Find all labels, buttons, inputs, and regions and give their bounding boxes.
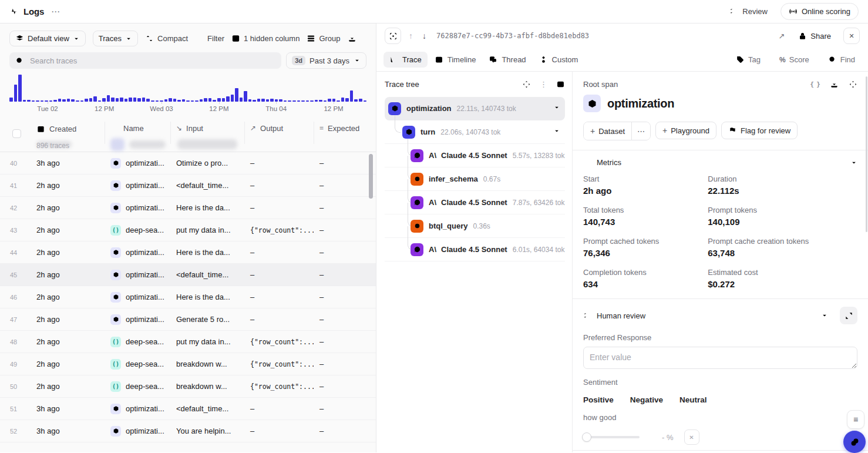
expected-cell: – bbox=[314, 248, 376, 257]
name-cell: optimizati... bbox=[105, 158, 170, 169]
online-scoring-button[interactable]: Online scoring bbox=[780, 3, 859, 20]
expected-cell: – bbox=[314, 337, 376, 346]
close-panel-button[interactable]: ✕ bbox=[843, 28, 860, 44]
find-button[interactable]: Find bbox=[825, 55, 859, 65]
histogram-bar bbox=[116, 98, 119, 102]
metrics-section-header[interactable]: Metrics bbox=[583, 158, 857, 167]
human-review-collapse-button[interactable] bbox=[821, 312, 828, 319]
header-expected[interactable]: = Expected bbox=[314, 119, 376, 152]
select-all-checkbox[interactable] bbox=[12, 129, 21, 138]
trace-span-optimization[interactable]: optimization22.11s, 140743 tok bbox=[385, 97, 565, 120]
task-cube-icon bbox=[110, 203, 121, 213]
expected-cell: – bbox=[314, 360, 376, 368]
page-menu-button[interactable]: ⋯ bbox=[49, 5, 62, 18]
histogram-bars bbox=[9, 75, 366, 102]
table-row[interactable]: 472h agooptimizati...Generate 5 ro...–– bbox=[0, 308, 376, 331]
previous-trace-button[interactable]: ↑ bbox=[407, 30, 415, 42]
logs-pulse-icon bbox=[9, 7, 18, 16]
view-json-button[interactable]: { } bbox=[810, 80, 820, 88]
table-row[interactable]: 403h agooptimizati...Otimize o pro...–– bbox=[0, 152, 376, 175]
clear-score-button[interactable]: ✕ bbox=[684, 429, 699, 445]
human-review-section-header[interactable]: Human review bbox=[583, 307, 857, 324]
header-created[interactable]: Created 896 traces bbox=[31, 119, 105, 152]
preferred-response-field[interactable] bbox=[583, 347, 857, 369]
sentiment-neutral-button[interactable]: Neutral bbox=[679, 395, 707, 404]
hidden-column-button[interactable]: 1 hidden column bbox=[231, 32, 300, 45]
table-row[interactable]: 412h agooptimizati...<default_time...–– bbox=[0, 175, 376, 197]
assistant-fab-button[interactable] bbox=[843, 431, 866, 453]
table-row[interactable]: 492h ago()deep-sea...breakdown w...{"row… bbox=[0, 353, 376, 375]
metrics-collapse-button[interactable] bbox=[850, 159, 857, 166]
next-trace-button[interactable]: ↓ bbox=[420, 30, 428, 42]
slider-thumb[interactable] bbox=[582, 432, 591, 442]
sentiment-positive-button[interactable]: Positive bbox=[583, 395, 614, 404]
filter-button[interactable]: Filter bbox=[195, 32, 224, 45]
table-row[interactable]: 502h ago()deep-sea...breakdown w...{"row… bbox=[0, 375, 376, 398]
histogram-bar bbox=[191, 100, 194, 102]
time-range-select[interactable]: 3d Past 3 days bbox=[286, 52, 366, 69]
open-in-playground-button[interactable]: + Playground bbox=[655, 122, 716, 139]
side-menu-button[interactable]: ≡ bbox=[847, 410, 864, 429]
table-row[interactable]: 442h agooptimizati...Here is the da...–– bbox=[0, 241, 376, 264]
dataset-label: Dataset bbox=[598, 127, 625, 136]
tree-panel-button[interactable] bbox=[556, 80, 565, 89]
expected-cell: – bbox=[314, 270, 376, 279]
search-input[interactable] bbox=[9, 52, 281, 69]
header-name[interactable]: Name bbox=[105, 119, 170, 152]
header-input[interactable]: ↘ Input bbox=[170, 119, 244, 152]
flag-for-review-button[interactable]: Flag for review bbox=[721, 122, 798, 139]
metric-duration: Duration22.112s bbox=[708, 175, 857, 196]
table-row[interactable]: 513h agooptimizati...<default_time...–– bbox=[0, 398, 376, 420]
tag-button[interactable]: Tag bbox=[732, 55, 764, 65]
chevron-down-icon[interactable] bbox=[553, 104, 560, 113]
human-review-expand-button[interactable] bbox=[840, 307, 857, 324]
cube-icon bbox=[587, 99, 597, 109]
review-button[interactable]: Review bbox=[726, 6, 771, 16]
search-traces-field[interactable] bbox=[29, 56, 275, 66]
tab-trace[interactable]: Trace bbox=[383, 52, 428, 68]
histogram-bar bbox=[9, 98, 13, 102]
score-button[interactable]: %Score bbox=[776, 55, 813, 65]
list-toolbar: Default view Traces Compact Filter 1 hid… bbox=[0, 24, 376, 51]
download-span-button[interactable] bbox=[830, 80, 839, 89]
table-row[interactable]: 452h agooptimizati...<default_time...–– bbox=[0, 264, 376, 286]
traces-select[interactable]: Traces bbox=[93, 31, 138, 46]
open-external-button[interactable]: ↗ bbox=[777, 31, 786, 42]
how-good-slider[interactable] bbox=[583, 436, 640, 438]
table-row[interactable]: 482h ago()deep-sea...put my data in...{"… bbox=[0, 331, 376, 353]
tree-menu-button[interactable]: ⋮ bbox=[540, 80, 547, 89]
row-number: 43 bbox=[0, 227, 31, 234]
view-select[interactable]: Default view bbox=[9, 31, 86, 46]
time-range-label: Past 3 days bbox=[309, 56, 349, 65]
resize-span-button[interactable] bbox=[849, 80, 857, 89]
table-row[interactable]: 523h agooptimizati...You are helpin...–– bbox=[0, 420, 376, 442]
trace-histogram[interactable]: Tue 0212 PMWed 0312 PMThu 0412 PM bbox=[9, 75, 366, 113]
histogram-bar bbox=[142, 98, 146, 102]
tree-resize-button[interactable] bbox=[522, 80, 531, 89]
trace-span-claude-4-5-sonnet[interactable]: A\Claude 4.5 Sonnet6.01s, 64034 tok bbox=[385, 238, 565, 261]
compact-button[interactable]: Compact bbox=[145, 32, 188, 45]
sentiment-negative-button[interactable]: Negative bbox=[630, 395, 663, 404]
export-button[interactable] bbox=[348, 32, 356, 45]
table-row[interactable]: 422h agooptimizati...Here is the da...–– bbox=[0, 197, 376, 219]
table-scrollbar[interactable] bbox=[369, 154, 373, 199]
add-to-dataset-button[interactable]: + Dataset bbox=[584, 122, 631, 140]
tab-custom[interactable]: Custom bbox=[533, 52, 584, 68]
histogram-bar bbox=[32, 100, 35, 102]
input-cell: put my data in... bbox=[170, 226, 244, 234]
detail-scrollbar[interactable] bbox=[866, 76, 867, 232]
dataset-more-button[interactable]: ⋯ bbox=[631, 122, 650, 140]
header-output[interactable]: ↗ Output bbox=[244, 119, 314, 152]
metric-completion-tokens: Completion tokens634 bbox=[583, 268, 708, 289]
focus-trace-button[interactable] bbox=[385, 28, 401, 44]
table-row[interactable]: 432h ago()deep-sea...put my data in...{"… bbox=[0, 219, 376, 241]
group-button[interactable]: Group bbox=[307, 32, 340, 45]
table-row[interactable]: 462h agooptimizati...Here is the da...–– bbox=[0, 286, 376, 308]
percent-icon: % bbox=[779, 56, 786, 64]
chevron-down-icon[interactable] bbox=[553, 127, 560, 136]
chevron-down-icon bbox=[73, 35, 80, 42]
tab-thread[interactable]: Thread bbox=[483, 52, 531, 68]
tab-timeline[interactable]: Timeline bbox=[429, 52, 482, 68]
share-button[interactable]: Share bbox=[795, 31, 835, 41]
anthropic-logo-icon: A\ bbox=[429, 245, 436, 254]
